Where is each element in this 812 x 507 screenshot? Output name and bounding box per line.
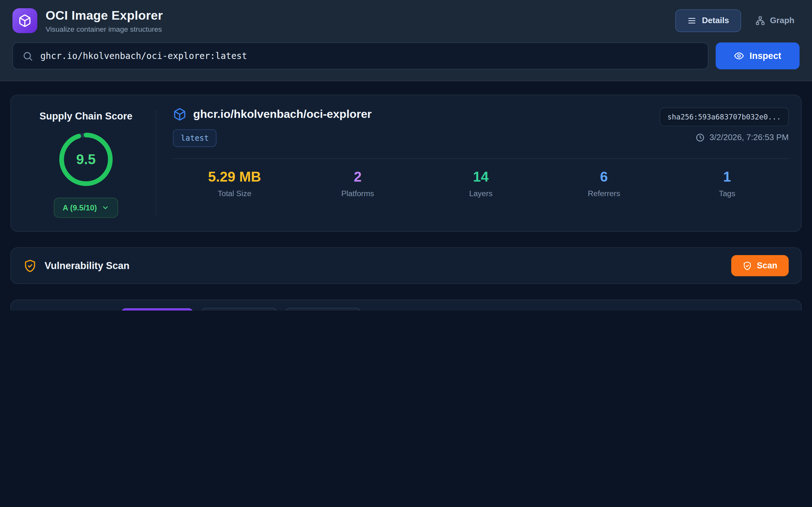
inspect-button-label: Inspect bbox=[750, 50, 781, 61]
stat-label: Layers bbox=[419, 189, 542, 198]
vertical-divider bbox=[156, 110, 156, 216]
tag-badge[interactable]: latest bbox=[173, 129, 216, 147]
chevron-down-icon bbox=[101, 204, 109, 211]
stat-value: 2 bbox=[296, 169, 419, 185]
stat-referrers: 6 Referrers bbox=[542, 169, 665, 198]
graph-view-button[interactable]: Graph bbox=[751, 10, 800, 32]
stat-label: Referrers bbox=[542, 189, 665, 198]
stat-value: 14 bbox=[419, 169, 542, 185]
details-button-label: Details bbox=[702, 16, 729, 25]
stat-value: 6 bbox=[542, 169, 665, 185]
search-container bbox=[12, 43, 708, 69]
brand: OCI Image Explorer Visualize container i… bbox=[12, 8, 163, 33]
stat-label: Platforms bbox=[296, 189, 419, 198]
graph-icon bbox=[756, 16, 765, 25]
eye-icon bbox=[734, 51, 745, 61]
app-title: OCI Image Explorer bbox=[46, 8, 163, 23]
image-stats: 5.29 MB Total Size 2 Platforms 14 Layers… bbox=[173, 169, 789, 198]
created-timestamp: 3/2/2026, 7:26:53 PM bbox=[710, 133, 789, 142]
details-view-button[interactable]: Details bbox=[676, 9, 741, 32]
supply-chain-score: Supply Chain Score 9.5 A (9.5/10) bbox=[23, 108, 148, 218]
platform-option-linux-amd64[interactable]: linux/amd64 bbox=[201, 308, 277, 311]
score-title: Supply Chain Score bbox=[39, 111, 132, 122]
stat-layers: 14 Layers bbox=[419, 169, 542, 198]
search-icon bbox=[22, 50, 33, 61]
view-toggle: Details Graph bbox=[676, 9, 800, 32]
image-cube-icon bbox=[173, 108, 186, 121]
shield-icon bbox=[743, 261, 752, 270]
vulnerability-scan-card: Vulnerability Scan Scan bbox=[10, 247, 802, 284]
stat-tags: 1 Tags bbox=[665, 169, 789, 198]
inspect-button[interactable]: Inspect bbox=[716, 43, 799, 69]
score-value: 9.5 bbox=[57, 130, 115, 188]
stat-label: Tags bbox=[665, 189, 789, 198]
image-name: ghcr.io/hkolvenbach/oci-explorer bbox=[193, 108, 372, 121]
oci-image-explorer-app: OCI Image Explorer Visualize container i… bbox=[0, 0, 812, 311]
scan-button[interactable]: Scan bbox=[731, 255, 789, 276]
platform-option-all[interactable]: All Platforms bbox=[121, 308, 193, 311]
scan-button-label: Scan bbox=[757, 261, 777, 271]
app-subtitle: Visualize container image structures bbox=[46, 25, 163, 33]
app-header: OCI Image Explorer Visualize container i… bbox=[0, 0, 812, 81]
image-summary-card: Supply Chain Score 9.5 A (9.5/10) bbox=[10, 95, 802, 232]
vulnerability-scan-title: Vulnerability Scan bbox=[44, 260, 130, 271]
clock-icon bbox=[696, 133, 705, 142]
graph-button-label: Graph bbox=[770, 16, 795, 25]
stat-value: 5.29 MB bbox=[173, 169, 296, 185]
main-content: Supply Chain Score 9.5 A (9.5/10) bbox=[0, 81, 812, 311]
stat-total-size: 5.29 MB Total Size bbox=[173, 169, 296, 198]
image-digest[interactable]: sha256:593a683707b032e0... bbox=[660, 108, 789, 126]
platform-selector-card: Select Platform: All Platforms linux/amd… bbox=[10, 299, 802, 311]
score-ring: 9.5 bbox=[57, 130, 115, 188]
platform-option-linux-arm64[interactable]: linux/arm64 bbox=[286, 308, 361, 311]
score-grade-label: A (9.5/10) bbox=[62, 204, 97, 212]
stat-label: Total Size bbox=[173, 189, 296, 198]
list-icon bbox=[687, 16, 697, 25]
shield-check-icon bbox=[23, 259, 37, 272]
score-grade-dropdown[interactable]: A (9.5/10) bbox=[54, 198, 118, 218]
stat-platforms: 2 Platforms bbox=[296, 169, 419, 198]
horizontal-divider bbox=[173, 158, 789, 159]
stat-value: 1 bbox=[665, 169, 789, 185]
image-reference-input[interactable] bbox=[40, 51, 699, 61]
app-logo-cube-icon bbox=[12, 8, 37, 33]
